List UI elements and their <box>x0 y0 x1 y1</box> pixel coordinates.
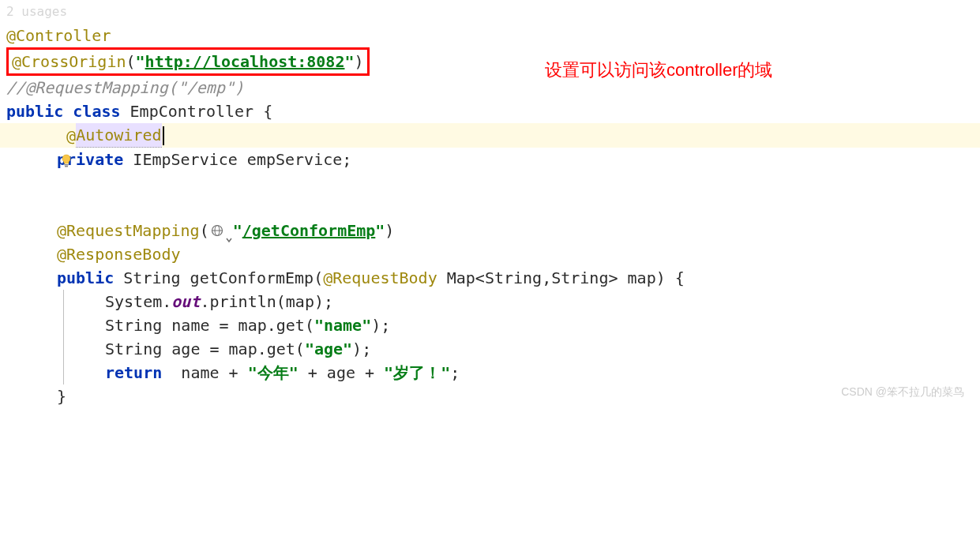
class-keyword: class <box>73 99 120 123</box>
blank-line-2 <box>0 195 980 219</box>
crossorigin-url[interactable]: http://localhost:8082 <box>145 52 345 71</box>
crossorigin-annotation: @CrossOrigin <box>12 52 126 71</box>
comment-text: //@RequestMapping("/emp") <box>6 76 244 99</box>
crossorigin-line[interactable]: @CrossOrigin("http://localhost:8082") <box>0 47 980 76</box>
println-line[interactable]: System.out.println(map); <box>63 290 980 313</box>
requestmapping-annotation: @RequestMapping <box>57 219 200 242</box>
return-type: String <box>123 266 180 290</box>
public-keyword: public <box>6 99 63 123</box>
autowired-annotation: Autowired <box>76 123 161 148</box>
private-field-line[interactable]: private IEmpService empService; <box>0 148 980 171</box>
svg-rect-0 <box>65 164 69 166</box>
method-close-brace-line[interactable]: } <box>0 385 980 408</box>
this-year-string: 今年 <box>257 361 289 385</box>
map-param: map <box>628 266 656 290</box>
method-declaration-line[interactable]: public String getConformEmp(@RequestBody… <box>0 266 980 290</box>
years-old-string: 岁了！ <box>393 361 441 385</box>
svg-rect-1 <box>65 166 68 167</box>
age-var: age <box>171 337 200 361</box>
commented-requestmapping-line[interactable]: //@RequestMapping("/emp") <box>0 76 980 99</box>
responsebody-line[interactable]: @ResponseBody <box>0 242 980 266</box>
watermark: CSDN @笨不拉几的菜鸟 <box>841 384 964 400</box>
map-type: Map <box>447 266 475 290</box>
method-name: getConformEmp <box>190 266 314 290</box>
return-keyword: return <box>105 361 162 385</box>
system-class: System <box>105 290 162 313</box>
class-name: EmpController <box>130 99 254 123</box>
lightbulb-icon[interactable] <box>22 128 35 144</box>
controller-annotation-line[interactable]: @Controller <box>0 24 980 47</box>
age-key: age <box>314 337 343 361</box>
name-key: name <box>324 313 362 337</box>
name-var-line[interactable]: String name = map.get("name"); <box>63 313 980 337</box>
responsebody-annotation: @ResponseBody <box>57 242 181 266</box>
service-field: empService <box>247 148 342 171</box>
chevron-down-icon[interactable] <box>225 227 233 234</box>
text-cursor <box>163 126 164 145</box>
mapping-path: /getConformEmp <box>242 219 376 242</box>
red-comment-annotation: 设置可以访问该controller的域 <box>545 57 772 83</box>
println-method: println <box>209 290 276 313</box>
class-declaration-line[interactable]: public class EmpController { <box>0 99 980 123</box>
requestmapping-line[interactable]: @RequestMapping("/getConformEmp") <box>0 219 980 242</box>
controller-annotation: @Controller <box>6 24 111 47</box>
highlight-box: @CrossOrigin("http://localhost:8082") <box>6 47 370 76</box>
out-field: out <box>171 290 200 313</box>
requestbody-annotation: @RequestBody <box>323 266 437 290</box>
service-type: IEmpService <box>133 148 237 171</box>
autowired-line[interactable]: @Autowired <box>0 123 980 148</box>
usages-hint-line: 2 usages <box>0 0 980 24</box>
blank-line-1 <box>0 171 980 195</box>
globe-icon[interactable] <box>209 223 225 238</box>
age-var-line[interactable]: String age = map.get("age"); <box>63 337 980 361</box>
public-keyword-2: public <box>57 266 114 290</box>
return-line[interactable]: return name + "今年" + age + "岁了！"; <box>63 361 980 385</box>
usages-hint[interactable]: 2 usages <box>6 2 67 21</box>
name-var: name <box>171 313 209 337</box>
